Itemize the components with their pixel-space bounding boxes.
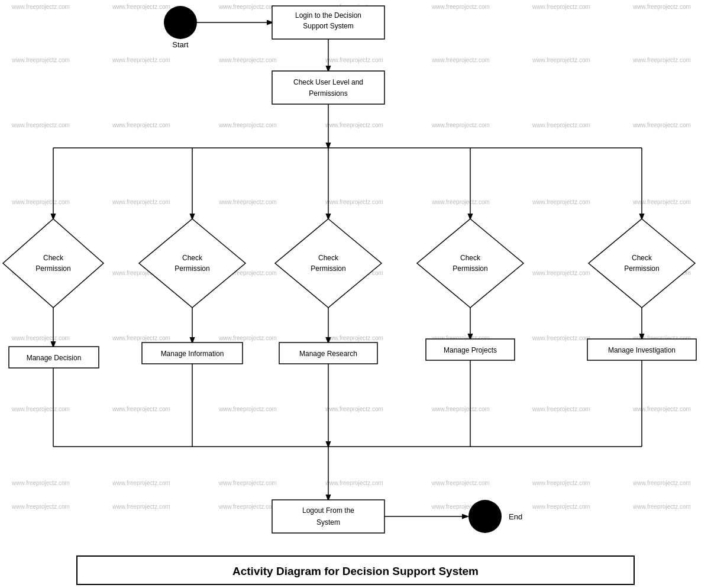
svg-text:www.freeprojectz.com: www.freeprojectz.com	[11, 122, 70, 128]
svg-text:www.freeprojectz.com: www.freeprojectz.com	[218, 480, 277, 486]
svg-text:www.freeprojectz.com: www.freeprojectz.com	[532, 480, 590, 486]
check-user-level-text-2: Permissions	[309, 89, 347, 98]
svg-text:www.freeprojectz.com: www.freeprojectz.com	[112, 503, 170, 510]
svg-text:Permission: Permission	[453, 264, 487, 273]
svg-text:www.freeprojectz.com: www.freeprojectz.com	[632, 122, 691, 128]
svg-text:www.freeprojectz.com: www.freeprojectz.com	[112, 122, 170, 128]
svg-text:www.freeprojectz.com: www.freeprojectz.com	[632, 199, 691, 205]
check-permission-5	[589, 219, 695, 308]
svg-text:www.freeprojectz.com: www.freeprojectz.com	[112, 335, 170, 341]
login-text-2: Support System	[303, 22, 353, 30]
svg-text:www.freeprojectz.com: www.freeprojectz.com	[218, 406, 277, 412]
svg-text:www.freeprojectz.com: www.freeprojectz.com	[325, 335, 383, 341]
svg-text:www.freeprojectz.com: www.freeprojectz.com	[532, 199, 590, 205]
diagram-title: Activity Diagram for Decision Support Sy…	[232, 565, 479, 577]
svg-text:Permission: Permission	[311, 264, 345, 273]
check-permission-2	[139, 219, 245, 308]
svg-text:www.freeprojectz.com: www.freeprojectz.com	[218, 4, 277, 10]
svg-text:www.freeprojectz.com: www.freeprojectz.com	[532, 4, 590, 10]
start-label: Start	[172, 40, 189, 49]
svg-text:www.freeprojectz.com: www.freeprojectz.com	[532, 270, 590, 276]
svg-text:www.freeprojectz.com: www.freeprojectz.com	[218, 57, 277, 63]
svg-text:www.freeprojectz.com: www.freeprojectz.com	[325, 480, 383, 486]
svg-text:www.freeprojectz.com: www.freeprojectz.com	[632, 480, 691, 486]
check-user-level-box	[272, 71, 384, 104]
svg-text:www.freeprojectz.com: www.freeprojectz.com	[325, 199, 383, 205]
svg-text:www.freeprojectz.com: www.freeprojectz.com	[532, 503, 590, 510]
svg-text:www.freeprojectz.com: www.freeprojectz.com	[11, 335, 70, 341]
svg-text:www.freeprojectz.com: www.freeprojectz.com	[112, 57, 170, 63]
svg-text:www.freeprojectz.com: www.freeprojectz.com	[218, 503, 277, 510]
svg-text:www.freeprojectz.com: www.freeprojectz.com	[11, 480, 70, 486]
login-text-1: Login to the Decision	[295, 11, 361, 20]
check-permission-1	[3, 219, 104, 308]
svg-text:www.freeprojectz.com: www.freeprojectz.com	[431, 4, 490, 10]
svg-text:www.freeprojectz.com: www.freeprojectz.com	[112, 406, 170, 412]
svg-text:www.freeprojectz.com: www.freeprojectz.com	[112, 4, 170, 10]
svg-text:Check: Check	[182, 254, 203, 262]
svg-text:www.freeprojectz.com: www.freeprojectz.com	[632, 57, 691, 63]
svg-text:Check: Check	[43, 254, 64, 262]
svg-text:Check: Check	[318, 254, 339, 262]
activity-diagram: www.freeprojectz.com www.freeprojectz.co…	[0, 0, 711, 588]
svg-text:Permission: Permission	[624, 264, 659, 273]
svg-text:www.freeprojectz.com: www.freeprojectz.com	[218, 335, 277, 341]
svg-text:www.freeprojectz.com: www.freeprojectz.com	[431, 480, 490, 486]
check-permission-3	[275, 219, 382, 308]
svg-text:www.freeprojectz.com: www.freeprojectz.com	[325, 57, 383, 63]
svg-text:www.freeprojectz.com: www.freeprojectz.com	[11, 4, 70, 10]
svg-text:www.freeprojectz.com: www.freeprojectz.com	[532, 335, 590, 341]
svg-text:www.freeprojectz.com: www.freeprojectz.com	[325, 122, 383, 128]
svg-text:www.freeprojectz.com: www.freeprojectz.com	[112, 199, 170, 205]
diagram-container: www.freeprojectz.com www.freeprojectz.co…	[0, 0, 711, 588]
logout-box	[272, 500, 384, 533]
svg-text:www.freeprojectz.com: www.freeprojectz.com	[431, 57, 490, 63]
svg-text:www.freeprojectz.com: www.freeprojectz.com	[431, 122, 490, 128]
svg-text:www.freeprojectz.com: www.freeprojectz.com	[11, 57, 70, 63]
check-permission-4	[417, 219, 523, 308]
svg-text:Permission: Permission	[35, 264, 70, 273]
svg-text:www.freeprojectz.com: www.freeprojectz.com	[325, 406, 383, 412]
svg-text:www.freeprojectz.com: www.freeprojectz.com	[112, 480, 170, 486]
logout-text-2: System	[316, 518, 340, 526]
manage-information-text: Manage Information	[161, 350, 224, 358]
manage-investigation-text: Manage Investigation	[608, 346, 676, 354]
end-label: End	[509, 512, 522, 521]
svg-text:www.freeprojectz.com: www.freeprojectz.com	[431, 406, 490, 412]
start-node	[164, 6, 197, 39]
manage-decision-text: Manage Decision	[27, 354, 82, 362]
end-node	[468, 500, 502, 533]
svg-text:www.freeprojectz.com: www.freeprojectz.com	[532, 406, 590, 412]
svg-text:Check: Check	[460, 254, 481, 262]
svg-text:www.freeprojectz.com: www.freeprojectz.com	[11, 406, 70, 412]
svg-text:www.freeprojectz.com: www.freeprojectz.com	[632, 406, 691, 412]
svg-text:www.freeprojectz.com: www.freeprojectz.com	[532, 57, 590, 63]
svg-text:www.freeprojectz.com: www.freeprojectz.com	[532, 122, 590, 128]
svg-text:www.freeprojectz.com: www.freeprojectz.com	[11, 199, 70, 205]
manage-projects-text: Manage Projects	[444, 346, 497, 354]
svg-text:www.freeprojectz.com: www.freeprojectz.com	[218, 122, 277, 128]
svg-text:www.freeprojectz.com: www.freeprojectz.com	[632, 503, 691, 510]
check-user-level-text-1: Check User Level and	[293, 78, 363, 86]
svg-text:Check: Check	[632, 254, 652, 262]
logout-text-1: Logout From the	[302, 506, 354, 515]
svg-text:www.freeprojectz.com: www.freeprojectz.com	[218, 199, 277, 205]
svg-text:Permission: Permission	[174, 264, 209, 273]
svg-text:www.freeprojectz.com: www.freeprojectz.com	[632, 4, 691, 10]
svg-text:www.freeprojectz.com: www.freeprojectz.com	[431, 199, 490, 205]
manage-research-text: Manage Research	[299, 350, 357, 358]
svg-text:www.freeprojectz.com: www.freeprojectz.com	[11, 503, 70, 510]
